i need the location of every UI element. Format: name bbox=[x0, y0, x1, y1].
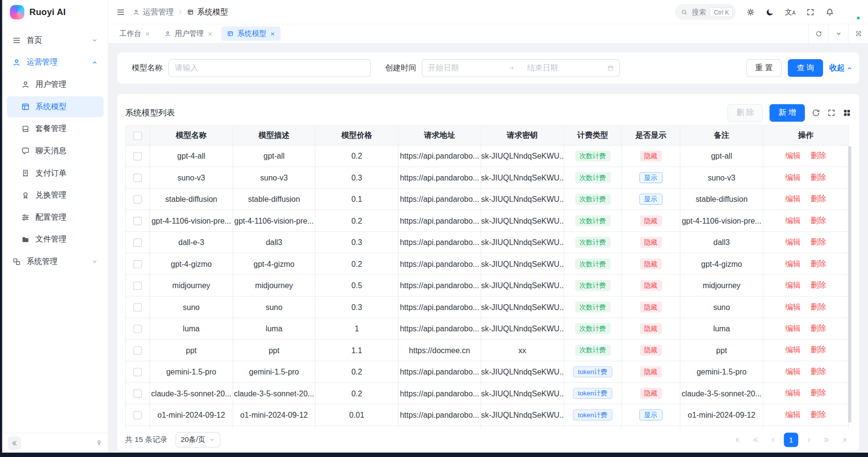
row-checkbox[interactable] bbox=[133, 346, 142, 355]
vertical-scrollbar[interactable] bbox=[848, 146, 852, 423]
tab-system-model[interactable]: 系统模型 bbox=[221, 27, 280, 41]
sidebar-item-redeem-management[interactable]: 兑换管理 bbox=[7, 185, 104, 206]
page-number-button[interactable]: 1 bbox=[784, 433, 799, 447]
delete-link[interactable]: 删除 bbox=[811, 345, 826, 354]
date-range-picker[interactable]: 开始日期 结束日期 bbox=[422, 59, 620, 77]
tab-user-management[interactable]: 用户管理 bbox=[159, 27, 218, 41]
prev-page-button[interactable] bbox=[766, 433, 781, 447]
edit-link[interactable]: 编辑 bbox=[785, 324, 801, 332]
query-button[interactable]: 查 询 bbox=[788, 59, 823, 77]
row-checkbox[interactable] bbox=[133, 174, 142, 182]
translate-icon[interactable]: 文A bbox=[785, 8, 796, 16]
table-row: gpt-4-all gpt-all 0.2 https://api.pandar… bbox=[125, 145, 848, 166]
collapse-filter-link[interactable]: 收起 bbox=[829, 63, 852, 73]
refresh-icon[interactable] bbox=[812, 109, 820, 117]
table-fullscreen-icon[interactable] bbox=[827, 109, 836, 117]
delete-link[interactable]: 删除 bbox=[811, 259, 826, 268]
breadcrumb-item-system-model[interactable]: 系统模型 bbox=[187, 7, 228, 17]
close-icon[interactable] bbox=[145, 31, 150, 36]
cell-request-key: sk-JIUQLNndqSeKWU... bbox=[481, 361, 564, 382]
content-fullscreen-icon[interactable] bbox=[848, 24, 868, 43]
edit-link[interactable]: 编辑 bbox=[785, 237, 801, 246]
sidebar-item-chat-messages[interactable]: 聊天消息 bbox=[7, 141, 104, 162]
edit-link[interactable]: 编辑 bbox=[785, 173, 801, 181]
delete-button[interactable]: 删 除 bbox=[727, 104, 763, 121]
delete-link[interactable]: 删除 bbox=[811, 216, 826, 225]
notifications-bell-icon[interactable] bbox=[825, 7, 834, 16]
row-checkbox[interactable] bbox=[133, 303, 142, 311]
breadcrumb-item-operations[interactable]: 运营管理 bbox=[133, 7, 174, 17]
delete-link[interactable]: 删除 bbox=[811, 302, 826, 311]
back-pages-button[interactable] bbox=[749, 433, 763, 447]
settings-gear-icon[interactable] bbox=[746, 7, 755, 16]
row-checkbox[interactable] bbox=[133, 390, 142, 398]
next-page-button[interactable] bbox=[802, 433, 816, 447]
cell-model-name: gemini-1.5-pro bbox=[150, 361, 233, 382]
edit-link[interactable]: 编辑 bbox=[785, 194, 801, 203]
theme-moon-icon[interactable] bbox=[766, 7, 774, 16]
row-checkbox[interactable] bbox=[133, 411, 142, 420]
delete-link[interactable]: 删除 bbox=[811, 280, 826, 289]
row-checkbox[interactable] bbox=[133, 260, 142, 268]
delete-link[interactable]: 删除 bbox=[811, 324, 826, 332]
select-all-checkbox[interactable] bbox=[133, 131, 142, 140]
row-checkbox[interactable] bbox=[133, 217, 142, 225]
edit-link[interactable]: 编辑 bbox=[785, 345, 801, 354]
row-checkbox[interactable] bbox=[133, 239, 142, 247]
sidebar-item-config-management[interactable]: 配置管理 bbox=[7, 207, 104, 228]
brand-row[interactable]: Ruoyi AI bbox=[2, 0, 108, 24]
close-icon[interactable] bbox=[270, 31, 275, 36]
sidebar-item-file-management[interactable]: 文件管理 bbox=[7, 229, 104, 250]
global-search-button[interactable]: 搜索 Ctrl K bbox=[675, 4, 736, 20]
tab-workbench[interactable]: 工作台 bbox=[114, 27, 156, 41]
pin-icon[interactable] bbox=[96, 440, 102, 446]
sidebar-item-package-management[interactable]: 套餐管理 bbox=[7, 118, 104, 139]
visibility-tag: 隐藏 bbox=[639, 323, 662, 334]
row-checkbox[interactable] bbox=[133, 368, 142, 376]
edit-link[interactable]: 编辑 bbox=[785, 151, 801, 160]
row-checkbox[interactable] bbox=[133, 196, 142, 204]
forward-pages-button[interactable] bbox=[819, 433, 834, 447]
delete-link[interactable]: 删除 bbox=[811, 389, 826, 397]
edit-link[interactable]: 编辑 bbox=[785, 280, 801, 289]
chevron-down-icon[interactable] bbox=[828, 24, 848, 43]
delete-link[interactable]: 删除 bbox=[811, 151, 826, 160]
edit-link[interactable]: 编辑 bbox=[785, 259, 801, 268]
row-checkbox[interactable] bbox=[133, 152, 142, 161]
edit-link[interactable]: 编辑 bbox=[785, 302, 801, 311]
row-checkbox[interactable] bbox=[133, 282, 142, 290]
reset-button[interactable]: 重 置 bbox=[746, 59, 782, 77]
model-name-input[interactable]: 请输入 bbox=[168, 59, 371, 77]
edit-link[interactable]: 编辑 bbox=[785, 216, 801, 225]
model-grid-icon bbox=[187, 9, 194, 16]
menu-toggle-icon[interactable] bbox=[116, 7, 125, 16]
delete-link[interactable]: 删除 bbox=[811, 410, 826, 419]
user-avatar[interactable] bbox=[845, 4, 860, 20]
cell-request-url: https://api.pandarobo... bbox=[398, 296, 481, 318]
row-checkbox[interactable] bbox=[133, 325, 142, 333]
delete-link[interactable]: 删除 bbox=[811, 194, 826, 203]
page-size-select[interactable]: 20条/页 bbox=[175, 432, 220, 448]
first-page-button[interactable] bbox=[731, 433, 745, 447]
add-button[interactable]: 新 增 bbox=[770, 104, 805, 121]
sidebar-item-system-management[interactable]: 系统管理 bbox=[7, 251, 104, 272]
sidebar-item-system-model[interactable]: 系统模型 bbox=[7, 96, 104, 117]
last-page-button[interactable] bbox=[837, 433, 852, 447]
delete-link[interactable]: 删除 bbox=[811, 237, 826, 246]
sidebar-item-operations[interactable]: 运营管理 bbox=[7, 52, 104, 73]
refresh-icon[interactable] bbox=[808, 24, 828, 43]
fullscreen-icon[interactable] bbox=[806, 7, 815, 16]
column-settings-icon[interactable] bbox=[843, 109, 852, 117]
sidebar-collapse-button[interactable] bbox=[8, 436, 21, 449]
cell-model-price: 0.2 bbox=[315, 210, 398, 231]
sidebar-item-user-management[interactable]: 用户管理 bbox=[7, 74, 104, 95]
data-table: 模型名称 模型描述 模型价格 请求地址 请求密钥 计费类型 是否显示 备注 操作 bbox=[125, 125, 852, 429]
edit-link[interactable]: 编辑 bbox=[785, 389, 801, 397]
delete-link[interactable]: 删除 bbox=[811, 173, 826, 181]
delete-link[interactable]: 删除 bbox=[811, 367, 826, 375]
sidebar-item-home[interactable]: 首页 bbox=[7, 30, 104, 51]
close-icon[interactable] bbox=[208, 31, 213, 36]
sidebar-item-payment-orders[interactable]: 支付订单 bbox=[7, 163, 104, 183]
edit-link[interactable]: 编辑 bbox=[785, 367, 801, 375]
edit-link[interactable]: 编辑 bbox=[785, 410, 801, 419]
